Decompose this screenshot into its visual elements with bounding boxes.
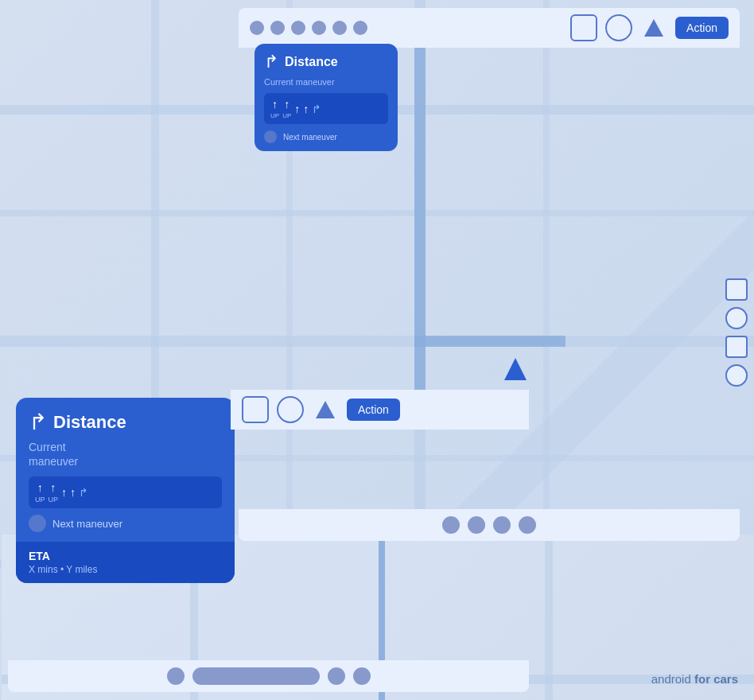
next-dot-small [264,130,277,143]
lane-arrow-4: ↑ [303,103,309,115]
side-controls [725,278,748,387]
lanes-row-small: ↑ UP ↑ UP ↑ ↑ ↱ [264,93,388,124]
large-header-circle-btn[interactable] [605,14,632,41]
footer-dot-2 [468,516,485,534]
small-footer-dot-2 [328,667,345,685]
small-footer-dot-3 [353,667,371,685]
nav-turn-icon-small: ↱ [264,52,278,72]
footer-dot-3 [493,516,511,534]
small-map-footer [8,660,529,692]
lane-5-small: ↱ [312,103,321,115]
next-maneuver-large: Next maneuver [29,515,222,532]
lanes-row-large: ↑ UP ↑ UP ↑ ↑ ↱ [29,476,222,508]
lane-label-2: UP [282,112,291,119]
side-square-1[interactable] [725,278,748,301]
header-dot-6 [353,21,367,35]
nav-card-main: ↱ Distance Current maneuver ↑ UP ↑ UP ↑ … [16,398,235,542]
header-dot-2 [270,21,285,35]
large-header-square-btn[interactable] [570,14,597,41]
footer-dot-4 [519,516,536,534]
lane-1-small: ↑ UP [270,98,279,119]
header-dot-5 [332,21,347,35]
eta-bar: ETA X mins • Y miles [16,542,235,583]
lane-label-l1: UP [35,496,45,504]
large-header-triangle-btn[interactable] [640,14,667,41]
small-header-square-btn[interactable] [242,396,269,423]
lane-arrow-l5: ↱ [79,486,88,499]
lane-arrow-3: ↑ [294,103,300,115]
header-dot-1 [250,21,264,35]
next-label-large: Next maneuver [52,518,122,530]
lane-4-large: ↑ [70,486,76,499]
header-dot-4 [312,21,326,35]
nav-turn-icon-large: ↱ [29,409,47,435]
large-action-button[interactable]: Action [675,17,729,39]
next-maneuver-small: Next maneuver [264,130,388,143]
header-dot-3 [291,21,305,35]
lane-2-large: ↑ UP [49,481,59,504]
lane-arrow-l4: ↑ [70,486,76,499]
lane-label-l2: UP [49,496,59,504]
lane-arrow-1: ↑ [272,98,278,111]
lane-2-small: ↑ UP [282,98,291,119]
triangle-icon [644,19,663,37]
lane-arrow-l3: ↑ [61,486,67,499]
side-circle-1[interactable] [725,307,748,329]
eta-title: ETA [29,550,222,562]
branding: android for cars [651,672,738,686]
branding-suffix: for cars [694,672,738,686]
eta-detail: X mins • Y miles [29,564,222,575]
header-dots-large [250,21,367,35]
nav-card-small: ↱ Distance Current maneuver ↑ UP ↑ UP ↑ … [255,44,398,151]
lane-arrow-l2: ↑ [50,481,56,494]
small-header-triangle-btn[interactable] [312,396,339,423]
lane-3-large: ↑ [61,486,67,499]
large-map-footer [239,509,740,541]
nav-maneuver-small: Current maneuver [264,77,388,87]
triangle-icon-small [316,401,335,418]
small-action-button[interactable]: Action [347,399,400,421]
nav-header-small: ↱ Distance [264,52,388,72]
branding-prefix: android [651,672,694,686]
small-footer-dot-1 [167,667,185,685]
nav-card-large: ↱ Distance Current maneuver ↑ UP ↑ UP ↑ … [16,398,235,583]
lane-5-large: ↱ [79,486,88,499]
lane-arrow-l1: ↑ [37,481,43,494]
lane-4-small: ↑ [303,103,309,115]
nav-maneuver-large: Current maneuver [29,440,222,469]
small-footer-pill [192,667,320,685]
small-map-header: Action [231,390,529,430]
lane-1-large: ↑ UP [35,481,45,504]
small-header-circle-btn[interactable] [277,396,304,423]
nav-distance-large: Distance [53,412,126,433]
lane-arrow-5: ↱ [312,103,321,115]
large-map-header: Action [239,8,740,48]
nav-header-large: ↱ Distance [29,409,222,435]
side-circle-2[interactable] [725,364,748,387]
lane-arrow-2: ↑ [284,98,290,111]
lane-label-1: UP [270,112,279,119]
lane-3-small: ↑ [294,103,300,115]
next-dot-large [29,515,46,532]
nav-distance-small: Distance [285,55,338,69]
footer-dot-1 [442,516,460,534]
side-square-2[interactable] [725,336,748,358]
next-label-small: Next maneuver [283,133,337,142]
